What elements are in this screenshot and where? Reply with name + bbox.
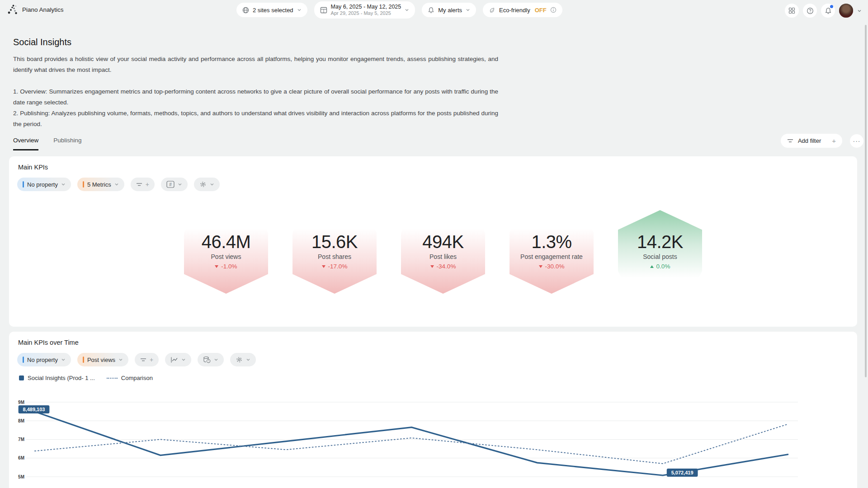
kpi-label: Social posts xyxy=(643,253,677,260)
board-description: This board provides a holistic view of y… xyxy=(13,54,498,75)
page-title: Social Insights xyxy=(13,37,71,47)
my-alerts-label: My alerts xyxy=(438,7,462,14)
plus-icon: + xyxy=(150,356,153,363)
kpi-label: Post views xyxy=(211,253,241,260)
kpi-card-post-views[interactable]: 46.4MPost views-1.0% xyxy=(184,226,268,294)
plus-icon: + xyxy=(146,181,149,188)
settings-button[interactable] xyxy=(230,353,256,366)
eco-friendly-toggle[interactable]: Eco-friendly OFF xyxy=(483,3,562,17)
kpi-card-post-engagement-rate[interactable]: 1.3%Post engagement rate-30.0% xyxy=(509,226,594,294)
series-swatch xyxy=(19,375,24,380)
metrics-selector[interactable]: 5 Metrics xyxy=(77,178,124,191)
data-point-badge-label: 8,489,103 xyxy=(23,407,45,412)
sites-selector[interactable]: 2 sites selected xyxy=(236,3,307,17)
date-range-selector[interactable]: May 6, 2025 - May 12, 2025 Apr 29, 2025 … xyxy=(314,1,415,19)
more-options-button[interactable]: ··· xyxy=(850,134,863,148)
my-alerts-button[interactable]: My alerts xyxy=(422,3,476,17)
apps-grid-icon xyxy=(788,7,795,14)
kpi-label: Post shares xyxy=(318,253,351,260)
user-avatar[interactable] xyxy=(839,4,853,18)
legend-label: Comparison xyxy=(121,375,153,381)
property-selector[interactable]: No property xyxy=(17,178,71,191)
property-selector-label: No property xyxy=(27,181,58,188)
chevron-down-icon xyxy=(405,8,409,12)
kpi-delta: -30.0% xyxy=(539,263,565,270)
chevron-down-icon xyxy=(61,357,66,362)
filter-icon xyxy=(787,138,793,144)
kpi-delta-value: -17.0% xyxy=(328,263,348,270)
main-kpis-over-time-title: Main KPIs over Time xyxy=(18,339,79,346)
kpi-value: 46.4M xyxy=(202,231,251,252)
help-button[interactable] xyxy=(803,4,817,18)
info-icon[interactable] xyxy=(550,7,557,13)
chevron-down-icon xyxy=(214,357,218,362)
add-filter-button[interactable]: Add filter + xyxy=(781,134,842,148)
kpi-label: Post likes xyxy=(429,253,457,260)
chevron-down-icon xyxy=(246,357,250,362)
filter-icon xyxy=(136,182,142,187)
top-bar: Piano Analytics 2 sites selected May 6, … xyxy=(0,0,868,22)
eco-friendly-state: OFF xyxy=(535,7,547,14)
filter-icon xyxy=(140,357,146,362)
add-filter-label: Add filter xyxy=(798,137,821,144)
kpi-delta-value: -30.0% xyxy=(545,263,565,270)
kpi-delta-value: -34.0% xyxy=(437,263,456,270)
kpi-delta-value: 0.0% xyxy=(656,263,670,270)
property-color-bar xyxy=(23,181,24,188)
chevron-down-icon xyxy=(181,357,186,362)
notifications-button[interactable] xyxy=(821,4,835,18)
chevron-down-icon xyxy=(466,8,470,12)
date-range-comparison: Apr 29, 2025 - May 5, 2025 xyxy=(331,10,401,16)
format-selector[interactable]: # xyxy=(161,178,188,191)
chevron-down-icon xyxy=(210,182,214,187)
kpi-delta-value: -1.0% xyxy=(221,263,237,270)
apps-grid-button[interactable] xyxy=(785,4,799,18)
filter-segment-button[interactable]: + xyxy=(131,178,155,191)
kpi-delta: -17.0% xyxy=(322,263,348,270)
chevron-down-icon xyxy=(61,182,66,187)
filter-segment-button[interactable]: + xyxy=(135,353,159,366)
svg-text:#: # xyxy=(169,182,172,187)
kpi-value: 494K xyxy=(422,231,463,252)
brand-name: Piano Analytics xyxy=(22,6,64,13)
sites-selected-label: 2 sites selected xyxy=(253,7,293,14)
dotted-swatch xyxy=(107,378,118,379)
legend-item-series[interactable]: Social Insights (Prod- 1 ... xyxy=(19,375,95,381)
metric-selector[interactable]: Post views xyxy=(77,353,128,366)
bell-icon xyxy=(825,7,832,14)
kpi-card-post-shares[interactable]: 15.6KPost shares-17.0% xyxy=(292,226,377,294)
user-menu-chevron-icon[interactable] xyxy=(857,9,862,13)
vertical-scrollbar[interactable] xyxy=(865,25,867,377)
database-clock-icon xyxy=(203,356,211,363)
kpi-label: Post engagement rate xyxy=(520,253,583,260)
kpi-delta: -34.0% xyxy=(430,263,456,270)
metrics-selector-label: 5 Metrics xyxy=(87,181,111,188)
kpi-card-post-likes[interactable]: 494KPost likes-34.0% xyxy=(401,226,485,294)
trend-down-icon xyxy=(430,265,434,268)
metrics-color-bar xyxy=(83,181,84,188)
gear-icon xyxy=(236,356,243,363)
legend-item-comparison[interactable]: Comparison xyxy=(107,375,153,381)
comparison-line xyxy=(35,424,788,464)
number-format-icon: # xyxy=(166,181,175,188)
legend-label: Social Insights (Prod- 1 ... xyxy=(28,375,95,381)
brand[interactable]: Piano Analytics xyxy=(7,4,64,15)
timeseries-chart[interactable]: 9M8M7M6M5M5/6/20255/7/20255/8/20255/9/20… xyxy=(9,389,857,488)
description-list-item: 2. Publishing: Analyzes publishing volum… xyxy=(13,108,498,130)
chevron-down-icon xyxy=(178,182,182,187)
series-line xyxy=(35,412,788,475)
data-granularity-button[interactable] xyxy=(198,353,224,366)
trend-down-icon xyxy=(322,265,326,268)
bell-icon xyxy=(428,7,434,14)
tab-overview[interactable]: Overview xyxy=(13,137,38,150)
globe-icon xyxy=(242,7,249,14)
tab-publishing[interactable]: Publishing xyxy=(53,137,81,150)
chart-type-selector[interactable] xyxy=(165,353,191,366)
property-color-bar xyxy=(23,357,24,363)
settings-button[interactable] xyxy=(194,178,220,191)
kpi-card-social-posts[interactable]: 14.2KSocial posts0.0% xyxy=(618,210,702,278)
kpi-delta: 0.0% xyxy=(650,263,670,270)
eco-friendly-label: Eco-friendly xyxy=(499,7,530,14)
kpi-value: 1.3% xyxy=(531,231,571,252)
property-selector[interactable]: No property xyxy=(17,353,71,366)
